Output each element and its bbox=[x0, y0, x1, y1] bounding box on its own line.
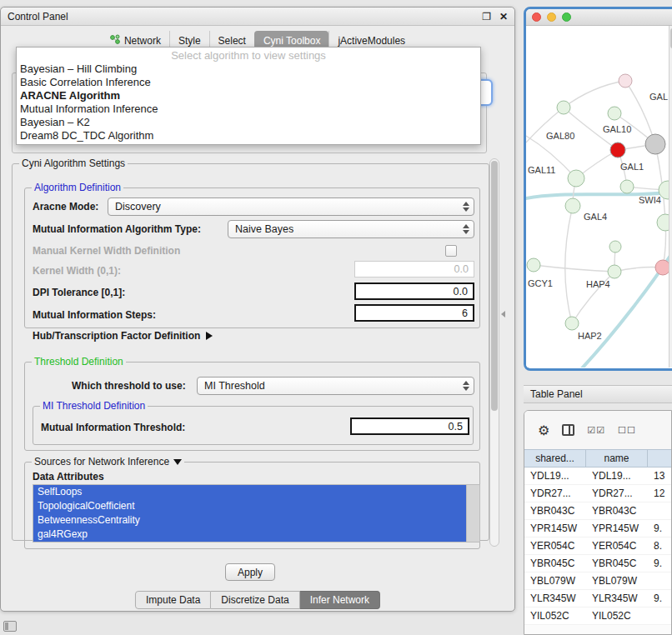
combo-arrows-icon bbox=[459, 378, 474, 394]
tab-label: Select bbox=[218, 35, 246, 47]
network-node[interactable] bbox=[645, 134, 665, 154]
combo-arrows-icon bbox=[459, 221, 474, 238]
network-node[interactable] bbox=[608, 107, 621, 120]
network-node[interactable] bbox=[619, 74, 632, 88]
combo-arrows-icon bbox=[459, 198, 474, 215]
tab-label: Network bbox=[124, 35, 161, 47]
zoom-traffic-light[interactable] bbox=[562, 12, 571, 22]
select-all-icon[interactable]: ☑☑ bbox=[587, 425, 605, 436]
algorithm-option-bayesian-hill-climbing[interactable]: Bayesian – Hill Climbing bbox=[17, 62, 480, 76]
attribute-item-gal4rgexp[interactable]: gal4RGexp bbox=[33, 528, 466, 542]
data-attributes-label: Data Attributes bbox=[33, 471, 104, 482]
network-edge[interactable] bbox=[565, 206, 573, 323]
deselect-all-icon[interactable]: ☐☐ bbox=[618, 425, 636, 436]
network-node-label: GAL1 bbox=[620, 162, 644, 172]
column-header-name[interactable]: name bbox=[586, 450, 648, 467]
table-rows: YDL19...YDL19...13YDR27...YDR27...12YBR0… bbox=[524, 468, 671, 625]
apply-button[interactable]: Apply bbox=[225, 563, 275, 581]
minimize-traffic-light[interactable] bbox=[547, 12, 556, 22]
table-cell: YIL052C bbox=[524, 608, 586, 624]
manual-kernel-checkbox[interactable] bbox=[445, 245, 457, 257]
table-cell: YBL079W bbox=[524, 572, 586, 589]
network-graph[interactable]: GAL80GAL10GAL11GAL1SWI4GAL4GCY1HAP4HAP2G… bbox=[526, 26, 672, 368]
list-scrollbar[interactable] bbox=[466, 485, 479, 542]
network-node[interactable] bbox=[620, 180, 634, 193]
close-traffic-light[interactable] bbox=[532, 12, 541, 22]
network-node[interactable] bbox=[557, 101, 570, 114]
network-node-label: GAL80 bbox=[546, 131, 574, 141]
table-cell: YIL052C bbox=[586, 608, 648, 624]
column-header-2[interactable] bbox=[648, 450, 672, 467]
attribute-item-selfloops[interactable]: SelfLoops bbox=[33, 485, 466, 499]
network-edge[interactable] bbox=[564, 81, 625, 108]
data-attributes-list[interactable]: SelfLoopsTopologicalCoefficientBetweenne… bbox=[33, 484, 480, 542]
network-node[interactable] bbox=[527, 258, 540, 272]
table-cell: YLR345W bbox=[524, 590, 586, 607]
control-panel-title: Control Panel bbox=[8, 11, 68, 22]
table-cell: 13 bbox=[648, 468, 672, 484]
table-cell: 9. bbox=[648, 520, 672, 537]
tab-label: Style bbox=[178, 35, 201, 47]
sources-legend[interactable]: Sources for Network Inference bbox=[32, 456, 184, 468]
table-cell: YBL079W bbox=[586, 572, 648, 589]
table-cell: 12 bbox=[648, 485, 672, 502]
bottom-tab-discretize-data[interactable]: Discretize Data bbox=[211, 591, 299, 609]
table-row[interactable]: YDL19...YDL19...13 bbox=[524, 468, 671, 485]
bottom-tab-infer-network[interactable]: Infer Network bbox=[300, 591, 380, 609]
network-node[interactable] bbox=[610, 142, 625, 158]
network-node[interactable] bbox=[609, 241, 621, 252]
which-threshold-select[interactable]: MI Threshold bbox=[197, 377, 474, 395]
algorithm-option-bayesian-k2[interactable]: Bayesian – K2 bbox=[17, 116, 480, 129]
table-row[interactable]: YBR045CYBR045C9. bbox=[524, 555, 671, 572]
table-cell bbox=[648, 608, 672, 624]
table-header-row: shared...name bbox=[524, 449, 671, 468]
dpi-tolerance-field[interactable]: 0.0 bbox=[354, 282, 474, 300]
hub-definition-toggle[interactable]: Hub/Transcription Factor Definition bbox=[33, 330, 213, 342]
network-view-window: GAL80GAL10GAL11GAL1SWI4GAL4GCY1HAP4HAP2G… bbox=[524, 7, 672, 371]
aracne-mode-value: Discovery bbox=[115, 201, 459, 212]
network-node-label: GAL10 bbox=[603, 124, 631, 134]
table-row[interactable]: YLR345WYLR345W9. bbox=[524, 590, 671, 608]
control-panel-titlebar: Control Panel ❐ ✕ bbox=[1, 8, 514, 26]
mi-threshold-legend: MI Threshold Definition bbox=[40, 400, 148, 412]
network-window-titlebar bbox=[526, 9, 672, 26]
column-selector-icon[interactable] bbox=[562, 424, 574, 436]
table-row[interactable]: YPR145WYPR145W9. bbox=[524, 520, 671, 538]
settings-scrollbar[interactable] bbox=[489, 158, 499, 547]
panel-collapse-handle[interactable] bbox=[501, 311, 505, 318]
bottom-tab-impute-data[interactable]: Impute Data bbox=[135, 591, 211, 609]
canvas-scrollbar[interactable] bbox=[669, 26, 672, 368]
table-row[interactable]: YBR043CYBR043C bbox=[524, 502, 671, 520]
network-node[interactable] bbox=[565, 317, 579, 330]
algorithm-option-mutual-information-inference[interactable]: Mutual Information Inference bbox=[17, 102, 480, 116]
network-edge[interactable] bbox=[534, 265, 614, 272]
table-row[interactable]: YBL079WYBL079W bbox=[524, 572, 671, 590]
mi-steps-field[interactable]: 6 bbox=[354, 304, 474, 322]
network-node[interactable] bbox=[568, 170, 584, 187]
algorithm-definition-legend: Algorithm Definition bbox=[32, 182, 123, 193]
network-node[interactable] bbox=[608, 265, 621, 278]
network-node[interactable] bbox=[565, 198, 580, 213]
algorithm-option-dream8-dc-tdc-algorithm[interactable]: Dream8 DC_TDC Algorithm bbox=[17, 129, 480, 142]
table-cell bbox=[648, 502, 672, 519]
table-row[interactable]: YER054CYER054C8. bbox=[524, 538, 671, 555]
attribute-item-betweennesscentrality[interactable]: BetweennessCentrality bbox=[33, 513, 466, 528]
settings-scrollbar-thumb[interactable] bbox=[491, 161, 498, 411]
minimized-panel-icon[interactable] bbox=[3, 621, 17, 632]
mi-threshold-field[interactable]: 0.5 bbox=[350, 418, 469, 435]
close-icon[interactable]: ✕ bbox=[499, 11, 508, 22]
network-node-label: GCY1 bbox=[528, 278, 553, 288]
algorithm-option-aracne-algorithm[interactable]: ARACNE Algorithm bbox=[17, 89, 480, 102]
network-canvas[interactable]: GAL80GAL10GAL11GAL1SWI4GAL4GCY1HAP4HAP2G… bbox=[526, 26, 672, 368]
aracne-mode-select[interactable]: Discovery bbox=[108, 198, 474, 216]
table-row[interactable]: YIL052CYIL052C bbox=[524, 608, 671, 625]
float-window-icon[interactable]: ❐ bbox=[482, 11, 491, 22]
algorithm-option-basic-correlation-inference[interactable]: Basic Correlation Inference bbox=[17, 76, 480, 89]
column-header-shared-[interactable]: shared... bbox=[524, 450, 586, 467]
mi-type-value: Naive Bayes bbox=[235, 223, 459, 235]
network-edge[interactable] bbox=[625, 81, 655, 144]
table-row[interactable]: YDR27...YDR27...12 bbox=[524, 485, 671, 502]
attribute-item-topologicalcoefficient[interactable]: TopologicalCoefficient bbox=[33, 499, 466, 513]
gear-icon[interactable]: ⚙ bbox=[538, 422, 549, 438]
mi-type-select[interactable]: Naive Bayes bbox=[228, 220, 474, 238]
